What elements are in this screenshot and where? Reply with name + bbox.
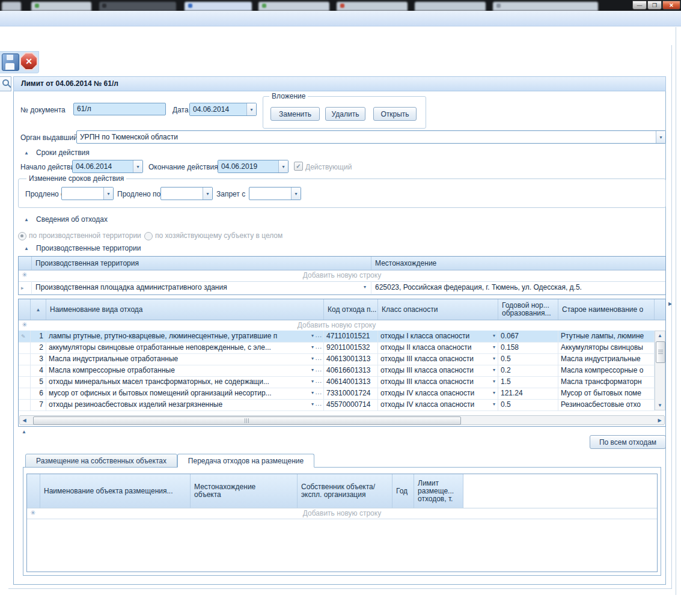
name-cell[interactable]: мусор от офисных и бытовых помещений орг… (46, 388, 324, 399)
code-cell[interactable]: 40613001313 (324, 353, 378, 365)
code-cell[interactable]: 73310001724 (324, 388, 378, 399)
scrollbar-thumb[interactable] (656, 341, 665, 363)
ellipsis-button[interactable]: ... (316, 399, 322, 409)
class-cell[interactable]: отходы III класса опасности▾ (378, 353, 498, 365)
code-cell[interactable]: 40616601313 (324, 365, 378, 376)
code-cell[interactable]: 47110101521 (324, 331, 378, 342)
tab-own-objects[interactable]: Размещение на собственных объектах (25, 454, 177, 468)
name-cell[interactable]: аккумуляторы свинцовые отработанные непо… (46, 342, 324, 353)
chevron-down-icon[interactable]: ▾ (311, 365, 314, 376)
ellipsis-button[interactable]: ... (316, 376, 322, 386)
chevron-down-icon[interactable]: ▾ (311, 388, 314, 398)
scroll-right-icon[interactable]: ▶ (655, 416, 664, 424)
collapse-icon[interactable]: ▲ (22, 429, 26, 435)
chevron-down-icon[interactable]: ▾ (311, 399, 314, 410)
chevron-down-icon[interactable]: ▾ (493, 376, 495, 387)
table-row[interactable]: ▸ Производственная площадка администрати… (19, 281, 665, 294)
tab-transfer[interactable]: Передача отходов на размещение (177, 454, 314, 468)
annual-cell[interactable]: 0.5 (498, 353, 558, 365)
column-header-class[interactable]: Класс опасности (378, 299, 498, 320)
chevron-down-icon[interactable]: ▾ (493, 353, 495, 364)
close-window-button[interactable]: ✕ (662, 1, 680, 10)
column-header-annual[interactable]: Годовой нор... образования... (498, 299, 558, 320)
browser-tab[interactable] (99, 2, 176, 11)
ellipsis-button[interactable]: ... (316, 331, 322, 340)
collapse-icon[interactable]: ▲ (24, 246, 29, 251)
save-icon[interactable] (2, 53, 19, 71)
extended-from-combobox[interactable]: ▾ (61, 187, 114, 200)
column-header-owner[interactable]: Собственник объекта/ экспл. организация (298, 474, 392, 508)
section-waste-info-title[interactable]: Сведения об отходах (36, 215, 108, 224)
table-row[interactable]: 7 отходы резиноасбестовых изделий незагр… (19, 399, 655, 411)
chevron-down-icon[interactable]: ▾ (133, 160, 142, 172)
chevron-down-icon[interactable]: ▾ (493, 388, 495, 398)
territory-cell[interactable]: Производственная площадка административн… (32, 281, 371, 294)
column-header-limit[interactable]: Лимит размеще... отходов, т. (414, 474, 463, 508)
start-date-combobox[interactable]: 04.06.2014▾ (72, 160, 143, 173)
class-cell[interactable]: отходы III класса опасности▾ (378, 365, 498, 376)
browser-tab[interactable] (2, 2, 21, 11)
replace-attachment-button[interactable]: Заменить (270, 107, 320, 121)
chevron-down-icon[interactable]: ▾ (493, 331, 495, 341)
column-header-object-name[interactable]: Наименование объекта размещения... (40, 474, 191, 508)
chevron-down-icon[interactable]: ▾ (311, 331, 314, 341)
name-cell[interactable]: Масла индустриальные отработанные▾... (46, 353, 324, 365)
chevron-down-icon[interactable]: ▾ (493, 365, 495, 376)
class-cell[interactable]: отходы IV класса опасности▾ (378, 388, 498, 399)
ellipsis-button[interactable]: ... (316, 388, 322, 397)
scroll-left-icon[interactable]: ◀ (20, 416, 29, 424)
class-cell[interactable]: отходы III класса опасности▾ (378, 376, 498, 388)
chevron-down-icon[interactable]: ▾ (656, 131, 665, 143)
close-form-icon[interactable]: ✕ (20, 52, 38, 70)
ban-from-combobox[interactable]: ▾ (249, 187, 301, 200)
annual-cell[interactable]: 0.2 (498, 365, 558, 376)
horizontal-scrollbar[interactable]: ◀ ▶ (19, 415, 665, 425)
browser-tab[interactable] (185, 2, 252, 11)
class-cell[interactable]: отходы IV класса опасности▾ (378, 399, 498, 410)
column-header-object-location[interactable]: Местонахождение объекта (191, 474, 298, 508)
ellipsis-button[interactable]: ... (316, 342, 322, 352)
chevron-down-icon[interactable]: ▾ (311, 376, 314, 387)
chevron-down-icon[interactable]: ▾ (246, 103, 256, 115)
code-cell[interactable]: 92011001532 (324, 342, 378, 353)
chevron-down-icon[interactable]: ▾ (311, 342, 314, 353)
date-combobox[interactable]: 04.06.2014▾ (189, 103, 257, 116)
table-row[interactable]: 4 Масла компрессорные отработанные▾... 4… (19, 365, 655, 377)
scroll-down-icon[interactable]: ▼ (655, 401, 665, 410)
column-header-year[interactable]: Год (392, 474, 414, 508)
old-name-cell[interactable]: Масла индустриальные (558, 353, 655, 365)
column-header-location[interactable]: Местонахождение (371, 257, 665, 270)
add-row[interactable]: ✳ Добавить новую строку (19, 320, 655, 331)
code-cell[interactable]: 45570000714 (324, 399, 378, 410)
add-row[interactable]: ✳ Добавить новую строку (27, 508, 657, 519)
class-cell[interactable]: отходы I класса опасности▾ (378, 331, 498, 342)
open-attachment-button[interactable]: Открыть (373, 107, 417, 121)
table-row[interactable]: 6 мусор от офисных и бытовых помещений о… (19, 388, 655, 400)
old-name-cell[interactable]: Масла компрессорные о (558, 365, 655, 376)
doc-number-input[interactable]: 61/л (73, 103, 166, 115)
end-date-combobox[interactable]: 04.06.2019▾ (218, 160, 289, 173)
table-row[interactable]: ✎ 1 лампы ртутные, ртутно-кварцевые, люм… (19, 331, 655, 343)
name-cell[interactable]: Масла компрессорные отработанные▾... (46, 365, 324, 376)
browser-tab[interactable] (258, 2, 329, 11)
chevron-down-icon[interactable]: ▾ (493, 399, 495, 410)
browser-tab[interactable] (415, 2, 486, 11)
annual-cell[interactable]: 1.5 (498, 376, 558, 388)
restore-button[interactable]: ❐ (647, 1, 662, 10)
all-waste-button[interactable]: По всем отходам (590, 435, 666, 449)
chevron-down-icon[interactable]: ▾ (311, 353, 314, 364)
class-cell[interactable]: отходы II класса опасности▾ (378, 342, 498, 353)
authority-combobox[interactable]: УРПН по Тюменской области▾ (76, 130, 666, 144)
chevron-down-icon[interactable]: ▾ (364, 281, 366, 293)
column-header-rownum[interactable]: ▲ (31, 299, 46, 320)
code-cell[interactable]: 40614001313 (324, 376, 378, 388)
old-name-cell[interactable]: Ртутные лампы, люмине (558, 331, 655, 342)
minimize-button[interactable]: — (632, 1, 647, 10)
column-header-old-name[interactable]: Старое наименование о (558, 299, 655, 320)
old-name-cell[interactable]: Мусор от бытовых поме (558, 388, 655, 399)
table-row[interactable]: 3 Масла индустриальные отработанные▾... … (19, 353, 655, 365)
chevron-down-icon[interactable]: ▾ (203, 188, 212, 200)
browser-tab[interactable] (337, 2, 408, 11)
old-name-cell[interactable]: Масла трансформаторн (558, 376, 655, 388)
section-territories-title[interactable]: Производственные территории (36, 244, 141, 252)
